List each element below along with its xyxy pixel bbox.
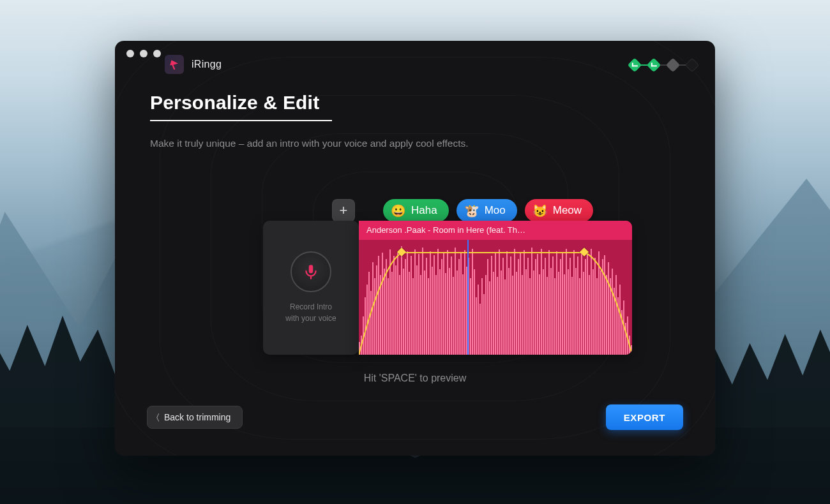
svg-rect-11 (376, 265, 377, 355)
svg-rect-134 (612, 269, 613, 355)
svg-rect-104 (554, 278, 555, 355)
svg-rect-142 (627, 316, 628, 355)
svg-rect-105 (556, 251, 557, 355)
export-button[interactable]: EXPORT (606, 404, 683, 430)
svg-rect-34 (420, 275, 421, 355)
svg-rect-81 (510, 256, 511, 355)
svg-rect-12 (378, 256, 379, 355)
svg-rect-41 (434, 255, 435, 355)
microphone-icon (303, 263, 319, 280)
app-name: iRingg (192, 59, 222, 70)
svg-rect-90 (527, 258, 529, 355)
svg-rect-35 (422, 248, 423, 355)
svg-rect-0 (309, 265, 313, 273)
svg-rect-75 (499, 249, 500, 355)
svg-rect-103 (552, 256, 554, 355)
svg-rect-33 (418, 254, 419, 355)
record-button[interactable] (290, 251, 331, 292)
svg-rect-65 (479, 304, 481, 355)
svg-rect-48 (447, 250, 448, 355)
effects-row: 😀 Haha 🐮 Moo 😺 Meow (383, 199, 593, 222)
svg-rect-77 (502, 258, 504, 355)
svg-rect-57 (464, 250, 465, 355)
svg-rect-141 (625, 323, 626, 355)
svg-rect-109 (564, 274, 565, 355)
svg-rect-126 (596, 278, 598, 355)
svg-rect-2 (359, 342, 360, 355)
step-3-current (666, 58, 681, 73)
add-effect-button[interactable]: + (332, 199, 355, 222)
svg-rect-37 (426, 258, 427, 355)
svg-rect-14 (382, 253, 383, 355)
svg-rect-4 (363, 316, 364, 355)
record-intro-panel: Record Intro with your voice (263, 221, 359, 355)
svg-rect-8 (370, 291, 372, 355)
svg-rect-3 (361, 336, 362, 355)
playhead[interactable] (467, 240, 469, 355)
svg-rect-32 (416, 265, 418, 355)
svg-rect-89 (525, 269, 527, 355)
back-label: Back to trimming (164, 412, 230, 422)
svg-rect-121 (587, 254, 588, 355)
svg-rect-68 (485, 275, 487, 355)
svg-rect-88 (524, 250, 525, 355)
svg-rect-15 (384, 269, 385, 355)
svg-rect-26 (405, 259, 406, 355)
svg-rect-129 (602, 259, 603, 355)
svg-rect-42 (435, 275, 437, 355)
svg-rect-73 (495, 253, 496, 355)
svg-rect-118 (581, 253, 582, 355)
window-minimize-icon[interactable] (140, 50, 147, 57)
svg-rect-18 (389, 249, 391, 355)
svg-rect-69 (487, 259, 488, 355)
app-logo-icon (165, 55, 184, 74)
page-title: Personalize & Edit (150, 92, 332, 121)
svg-rect-6 (366, 285, 368, 355)
svg-rect-47 (445, 273, 446, 355)
svg-rect-54 (458, 259, 460, 355)
svg-rect-62 (474, 269, 475, 355)
svg-rect-135 (614, 288, 615, 355)
svg-rect-50 (451, 256, 452, 355)
svg-rect-139 (621, 310, 622, 355)
svg-rect-130 (604, 255, 605, 355)
svg-rect-117 (579, 278, 580, 355)
effect-pill-meow[interactable]: 😺 Meow (525, 199, 593, 222)
record-caption: Record Intro with your voice (285, 301, 336, 324)
svg-rect-119 (583, 272, 584, 355)
svg-rect-92 (531, 248, 532, 355)
svg-rect-123 (591, 249, 592, 355)
svg-rect-110 (566, 249, 567, 355)
svg-rect-19 (391, 272, 393, 355)
svg-rect-86 (520, 253, 521, 355)
window-zoom-icon[interactable] (153, 50, 161, 57)
svg-rect-64 (478, 285, 479, 355)
effect-pill-moo[interactable]: 🐮 Moo (456, 199, 517, 222)
waveform-editor[interactable]: Anderson .Paak - Room in Here (feat. Th… (359, 221, 632, 355)
svg-rect-138 (619, 285, 621, 355)
svg-rect-97 (541, 249, 542, 355)
svg-rect-66 (481, 278, 483, 355)
svg-rect-25 (403, 269, 404, 355)
svg-rect-137 (617, 297, 619, 355)
svg-rect-46 (443, 253, 444, 355)
cow-emoji-icon: 🐮 (464, 205, 479, 217)
svg-rect-74 (497, 277, 498, 355)
svg-rect-71 (491, 256, 492, 355)
svg-rect-114 (573, 250, 575, 355)
svg-rect-21 (395, 265, 396, 355)
svg-rect-108 (562, 253, 563, 355)
window-close-icon[interactable] (126, 50, 134, 57)
svg-rect-38 (428, 278, 429, 355)
svg-rect-55 (460, 253, 462, 355)
svg-rect-83 (514, 249, 515, 355)
effect-pill-haha[interactable]: 😀 Haha (383, 199, 449, 222)
svg-rect-22 (397, 253, 398, 355)
window-traffic-lights[interactable] (126, 50, 161, 57)
back-button[interactable]: 〈 Back to trimming (147, 406, 243, 429)
svg-rect-91 (529, 278, 531, 355)
step-2 (647, 58, 661, 73)
svg-rect-101 (548, 250, 550, 355)
svg-rect-5 (365, 297, 366, 355)
svg-rect-70 (489, 281, 490, 355)
